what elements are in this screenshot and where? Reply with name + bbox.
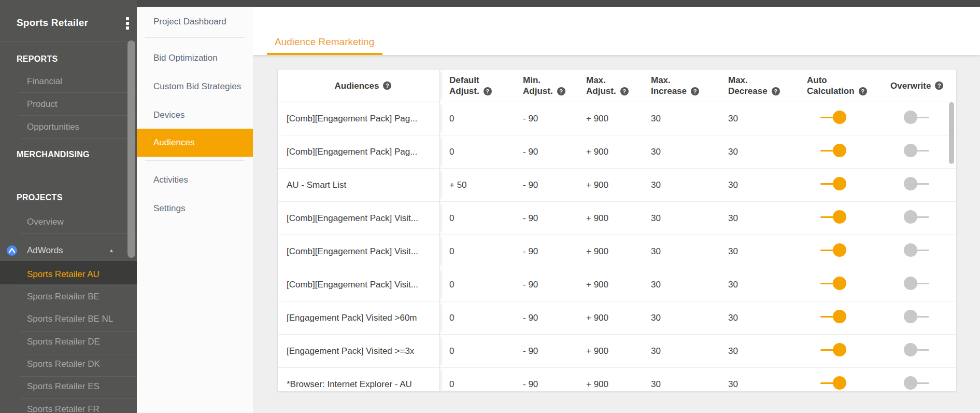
section-label-merchandising: MERCHANDISING	[17, 150, 90, 159]
sidebar-item-sports-retailer-de[interactable]: Sports Retailer DE	[27, 337, 100, 347]
help-icon[interactable]: ?	[935, 81, 943, 90]
table-row[interactable]: [Comb][Engagement Pack] Visit... 0 - 90 …	[278, 202, 956, 235]
max-decrease-cell: 30	[719, 114, 798, 124]
help-icon[interactable]: ?	[484, 87, 492, 95]
help-icon[interactable]: ?	[383, 81, 391, 90]
overwrite-toggle[interactable]	[904, 310, 930, 323]
default-adjust-cell: 0	[440, 147, 514, 157]
auto-calculation-toggle[interactable]	[820, 310, 846, 323]
max-decrease-cell: 30	[719, 246, 798, 257]
max-increase-cell: 30	[642, 280, 719, 290]
help-icon[interactable]: ?	[772, 87, 780, 95]
max-increase-cell: 30	[642, 313, 719, 323]
sidebar-item-custom-bid-strategies[interactable]: Custom Bid Strategies	[153, 81, 241, 92]
sidebar-item-audiences-label: Audiences	[153, 137, 194, 148]
sidebar-item-adwords[interactable]: AdWords	[27, 245, 63, 256]
sidebar-item-devices[interactable]: Devices	[153, 110, 184, 120]
sidebar-item-settings[interactable]: Settings	[153, 203, 185, 214]
overwrite-toggle[interactable]	[904, 144, 930, 157]
audience-cell: [Comb][Engagement Pack] Pag...	[278, 135, 440, 168]
overwrite-toggle[interactable]	[904, 243, 930, 257]
sidebar-item-sports-retailer-dk[interactable]: Sports Retailer DK	[27, 359, 100, 369]
default-adjust-cell: 0	[440, 114, 514, 124]
sidebar-item-project-dashboard[interactable]: Project Dashboard	[153, 17, 226, 27]
max-adjust-cell: + 900	[577, 313, 642, 323]
help-icon[interactable]: ?	[557, 87, 565, 95]
default-adjust-cell: 0	[440, 313, 514, 323]
auto-calculation-toggle[interactable]	[820, 243, 846, 257]
table-row[interactable]: [Comb][Engagement Pack] Visit... 0 - 90 …	[278, 268, 956, 301]
divider	[20, 354, 137, 354]
min-adjust-cell: - 90	[514, 246, 577, 257]
auto-calculation-toggle[interactable]	[820, 144, 846, 157]
sidebar-item-sports-retailer-fr[interactable]: Sports Retailer FR	[27, 404, 100, 413]
audience-cell: [Comb][Engagement Pack] Pag...	[278, 102, 440, 135]
overwrite-toggle[interactable]	[904, 177, 930, 190]
sidebar-scrollbar[interactable]	[127, 40, 135, 258]
table-row[interactable]: [Comb][Engagement Pack] Visit... 0 - 90 …	[278, 235, 956, 268]
tab-audience-remarketing[interactable]: Audience Remarketing	[275, 36, 374, 48]
auto-calculation-toggle[interactable]	[820, 376, 846, 390]
max-increase-cell: 30	[642, 213, 719, 224]
column-header-overwrite: Overwrite?	[881, 70, 948, 102]
divider	[20, 331, 137, 332]
table-row[interactable]: [Comb][Engagement Pack] Pag... 0 - 90 + …	[278, 135, 956, 169]
auto-calculation-toggle[interactable]	[820, 177, 846, 190]
table-row[interactable]: [Comb][Engagement Pack] Pag... 0 - 90 + …	[278, 102, 956, 135]
auto-calculation-toggle[interactable]	[820, 343, 846, 356]
tab-bar: Audience Remarketing	[253, 7, 980, 55]
max-adjust-cell: + 900	[577, 180, 642, 190]
sidebar-item-audiences[interactable]: Audiences	[137, 129, 253, 157]
overwrite-toggle[interactable]	[904, 111, 930, 124]
audience-cell: [Comb][Engagement Pack] Visit...	[278, 268, 440, 301]
chevron-up-icon[interactable]: ▲	[109, 247, 114, 253]
table-row[interactable]: *Browser: Internet Explorer - AU 0 - 90 …	[278, 368, 956, 392]
min-adjust-cell: - 90	[514, 379, 577, 390]
kebab-menu-icon[interactable]	[126, 17, 130, 31]
overwrite-toggle[interactable]	[904, 277, 930, 290]
table-scrollbar[interactable]	[949, 102, 954, 164]
sidebar-item-activities[interactable]: Activities	[153, 175, 188, 185]
auto-calculation-toggle[interactable]	[820, 277, 846, 290]
column-header-audiences: Audiences?	[278, 70, 440, 102]
audience-cell: *Browser: Internet Explorer - AU	[278, 368, 440, 392]
max-adjust-cell: + 900	[577, 280, 642, 290]
max-adjust-cell: + 900	[577, 213, 642, 224]
sidebar-item-opportunities[interactable]: Opportunities	[27, 122, 79, 132]
max-increase-cell: 30	[642, 180, 719, 190]
sidebar-item-bid-optimization[interactable]: Bid Optimization	[153, 53, 218, 63]
table-row[interactable]: AU - Smart List + 50 - 90 + 900 30 30	[278, 169, 956, 202]
divider	[20, 286, 137, 286]
sidebar-item-sports-retailer-be-nl[interactable]: Sports Retailer BE NL	[27, 314, 113, 324]
help-icon[interactable]: ?	[620, 87, 629, 95]
overwrite-toggle[interactable]	[904, 343, 930, 356]
table-row[interactable]: [Engagement Pack] Visited >60m 0 - 90 + …	[278, 301, 956, 335]
audience-name: [Comb][Engagement Pack] Visit...	[287, 280, 418, 290]
max-adjust-cell: + 900	[577, 346, 642, 356]
help-icon[interactable]: ?	[859, 87, 867, 95]
divider	[145, 160, 245, 161]
sidebar-item-overview[interactable]: Overview	[27, 217, 64, 227]
sidebar-item-sports-retailer-be[interactable]: Sports Retailer BE	[27, 292, 100, 302]
adwords-icon	[7, 245, 17, 256]
sidebar-secondary: Project Dashboard Bid Optimization Custo…	[137, 7, 253, 413]
min-adjust-cell: - 90	[514, 280, 577, 290]
sidebar-item-sports-retailer-es[interactable]: Sports Retailer ES	[27, 381, 100, 392]
overwrite-toggle[interactable]	[904, 376, 930, 390]
auto-calculation-toggle[interactable]	[820, 210, 846, 224]
sidebar-item-financial[interactable]: Financial	[27, 76, 62, 87]
min-adjust-cell: - 90	[514, 213, 577, 224]
table-row[interactable]: [Engagement Pack] Visited >=3x 0 - 90 + …	[278, 335, 956, 368]
app-title: Sports Retailer	[17, 17, 88, 29]
audience-name: *Browser: Internet Explorer - AU	[287, 379, 412, 390]
overwrite-toggle[interactable]	[904, 210, 930, 224]
sidebar-item-product[interactable]: Product	[27, 99, 58, 109]
audience-cell: [Comb][Engagement Pack] Visit...	[278, 235, 440, 268]
column-header-auto-calculation: Auto Calculation?	[798, 70, 881, 102]
audience-name: [Comb][Engagement Pack] Pag...	[287, 114, 417, 124]
max-decrease-cell: 30	[719, 346, 798, 356]
help-icon[interactable]: ?	[691, 87, 699, 95]
divider	[20, 376, 137, 377]
min-adjust-cell: - 90	[514, 147, 577, 157]
auto-calculation-toggle[interactable]	[820, 111, 846, 124]
